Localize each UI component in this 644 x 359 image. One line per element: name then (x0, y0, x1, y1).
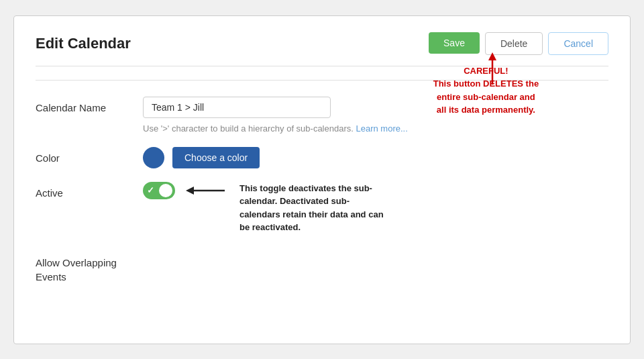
overlap-content: ✓ (143, 250, 608, 262)
learn-more-link[interactable]: Learn more... (356, 123, 408, 134)
color-content: Choose a color (143, 147, 608, 168)
calendar-name-input[interactable] (143, 97, 331, 118)
active-row: Active ✓ This toggle deactivates the sub… (36, 182, 608, 234)
delete-button[interactable]: Delete (485, 32, 543, 55)
color-swatch[interactable] (143, 147, 164, 168)
toggle-with-arrow: ✓ (143, 182, 226, 199)
color-row: Color Choose a color (36, 147, 608, 168)
cancel-button[interactable]: Cancel (548, 32, 608, 55)
calendar-name-label: Calendar Name (36, 97, 143, 113)
save-button[interactable]: Save (429, 32, 480, 54)
active-content: ✓ This toggle deactivates the sub-calend… (143, 182, 608, 234)
color-picker-row: Choose a color (143, 147, 608, 168)
choose-color-button[interactable]: Choose a color (172, 147, 260, 168)
active-toggle[interactable]: ✓ (143, 182, 175, 199)
active-label: Active (36, 182, 143, 199)
header-buttons: Save Delete CAREFUL! This button DELETES… (429, 32, 608, 55)
overlap-label: Allow Overlapping Events (36, 250, 143, 284)
calendar-name-hint: Use '>' character to build a hierarchy o… (143, 123, 608, 134)
delete-warning-text: CAREFUL! This button DELETES the entire … (429, 64, 543, 117)
svg-marker-3 (186, 187, 194, 195)
active-toggle-note: This toggle deactivates the sub-calendar… (239, 182, 387, 234)
svg-marker-1 (488, 52, 496, 60)
modal-header: Edit Calendar Save Delete CAREFUL! This … (36, 32, 608, 66)
page-title: Edit Calendar (36, 35, 131, 52)
active-toggle-row: ✓ This toggle deactivates the sub-calend… (143, 182, 608, 234)
modal-container: Edit Calendar Save Delete CAREFUL! This … (13, 15, 631, 344)
delete-warning-container: Delete CAREFUL! This button DELETES the … (485, 32, 543, 55)
active-arrow-icon (186, 184, 226, 197)
color-label: Color (36, 147, 143, 164)
overlap-row: Allow Overlapping Events ✓ (36, 250, 608, 284)
